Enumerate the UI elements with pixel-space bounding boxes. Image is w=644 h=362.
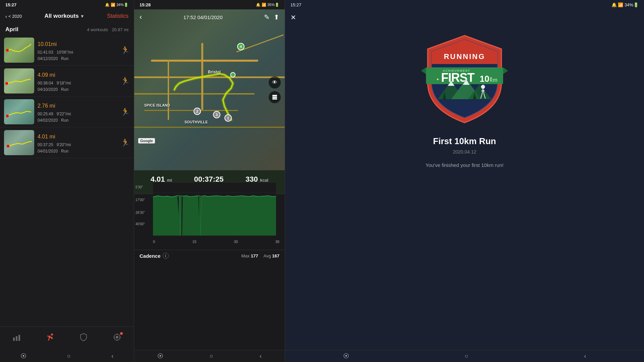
svg-rect-17 [272,98,277,100]
status-icons-2: 🔔 📶 35%🔋 [256,3,279,7]
nav-dot [120,332,123,335]
p2-back-button[interactable]: ‹ [140,13,142,21]
status-bar-2: 15:28 🔔 📶 35%🔋 [134,0,285,9]
run-icon-2: 🏃 [121,77,130,85]
run-icon-3: 🏃 [121,108,130,116]
run-icon-4: 🏃 [121,138,130,147]
dropdown-arrow: ▼ [80,14,85,19]
badge-svg: RUNNING ACHIEVEMENT FIRST 10 km [418,32,512,126]
workout-item[interactable]: 2.76 mi 00:25:49 9'22"/mi 04/02/2020 Run… [0,97,134,127]
svg-text:FIRST: FIRST [441,71,475,84]
pace-chart: 5'30" 17'00" 28'30" 40'00" [134,183,285,250]
y-label-2: 17'00" [136,198,145,202]
route-svg [134,9,285,170]
back-btn-3[interactable]: ‹ [584,353,586,360]
home-btn[interactable]: ○ [67,353,71,360]
nav-run[interactable] [46,333,55,342]
cadence-values: Max 177 Avg 167 [241,253,279,258]
cadence-section: Cadence i Max 177 Avg 167 [134,250,285,261]
waypoint-1: 1 [224,114,232,122]
edit-icon[interactable]: ✎ [264,13,270,21]
workout-distance-2: 4.09 mi [38,69,117,79]
svg-point-37 [481,85,485,89]
workout-map-3 [4,99,34,124]
pace-chart-svg [153,183,276,240]
status-icons-1: 🔔 📶 34%🔋 [105,3,128,7]
back-btn[interactable]: ‹ [111,353,113,360]
google-logo: Google [138,138,155,143]
svg-text:RUNNING: RUNNING [444,52,485,61]
cadence-avg: Avg 167 [264,253,280,258]
month-label: April [5,26,18,33]
home-btn-3[interactable]: ○ [465,353,469,360]
workout-info-2: 4.09 mi 00:38:04 9'18"/mi 04/10/2020 Run [38,69,117,93]
all-workouts-title: All workouts ▼ [45,13,85,19]
back-btn-2[interactable]: ‹ [260,353,262,360]
svg-rect-15 [272,95,277,96]
svg-point-9 [116,336,118,338]
y-label-4: 40'00" [136,222,145,226]
layers-button[interactable] [269,91,281,103]
workout-distance-1: 10.01mi [38,38,117,48]
multitask-btn-3[interactable]: ⦿ [343,353,349,360]
achievement-date: 2020.04.12 [453,149,476,155]
nav-shield[interactable] [79,333,88,342]
multitask-btn[interactable]: ⦿ [20,353,26,360]
status-icons-3: 🔔 📶 34%🔋 [611,2,639,7]
visibility-toggle[interactable]: 👁 [269,76,281,88]
svg-rect-6 [18,335,20,341]
workout-details-3: 00:25:49 9'22"/mi 04/02/2020 Run [38,111,117,124]
close-button[interactable]: ✕ [290,13,296,21]
workout-info-1: 10.01mi 01:41:03 10'06"/mi 04/12/2020 Ru… [38,38,117,62]
status-bar-3: 15:27 🔔 📶 34%🔋 [285,0,644,9]
achievement-desc: You've finished your first 10km run! [412,161,517,169]
map-view[interactable]: Bristol SPICE ISLAND SOUTHVILLE 1 2 3 [134,9,285,170]
workout-item[interactable]: 4.09 mi 00:38:04 9'18"/mi 04/10/2020 Run… [0,66,134,97]
home-indicator-1: ⦿ ○ ‹ [0,350,134,362]
svg-point-14 [230,72,235,77]
home-indicator-3: ⦿ ○ ‹ [285,350,644,362]
svg-rect-5 [16,336,17,341]
nav-stats[interactable] [12,333,21,342]
bottom-nav [0,326,134,350]
status-bar-1: 15:27 🔔 📶 34%🔋 [0,0,134,9]
info-icon[interactable]: i [163,253,169,259]
panel-achievement: 15:27 🔔 📶 34%🔋 ✕ RUNNING ACHIEVEMENT [285,0,644,362]
svg-text:✦: ✦ [490,76,492,80]
x-labels: 0 15 30 38 [140,240,279,244]
workout-details-4: 00:37:25 9'20"/mi 04/01/2020 Run [38,142,117,155]
back-year-button[interactable]: ‹ < 2020 [5,13,22,19]
map-background: Bristol SPICE ISLAND SOUTHVILLE 1 2 3 [134,9,285,170]
svg-point-1 [5,82,8,85]
share-icon[interactable]: ⬆ [274,13,279,21]
achievement-title: First 10km Run [433,136,496,146]
y-label-1: 5'30" [136,185,143,189]
panel-workout-detail: 15:28 🔔 📶 35%🔋 ‹ 17:52 04/01/2020 ✎ ⬆ Br… [134,0,285,362]
cadence-max: Max 177 [241,253,258,258]
nav-gps[interactable] [113,333,121,342]
multitask-btn-2[interactable]: ⦿ [157,353,163,360]
cadence-label: Cadence i [140,253,169,259]
p2-workout-title: 17:52 04/01/2020 [183,14,223,20]
home-btn-2[interactable]: ○ [210,353,213,360]
workout-map-2 [4,68,34,94]
statistics-button[interactable]: Statistics [107,13,128,19]
waypoint-4: 4 [237,43,245,50]
workout-list: 10.01mi 01:41:03 10'06"/mi 04/12/2020 Ru… [0,35,134,326]
achievement-body: RUNNING ACHIEVEMENT FIRST 10 km [285,25,644,350]
badge-container: RUNNING ACHIEVEMENT FIRST 10 km [414,32,515,126]
svg-text:10: 10 [480,74,489,84]
workout-item[interactable]: 10.01mi 01:41:03 10'06"/mi 04/12/2020 Ru… [0,35,134,66]
workout-details-2: 00:38:04 9'18"/mi 04/10/2020 Run [38,80,117,93]
svg-rect-4 [13,338,15,341]
workout-count: 4 workouts 20.87 mi [87,27,128,32]
svg-text:✦: ✦ [436,77,439,82]
p3-header: ✕ [285,9,644,25]
svg-point-0 [6,49,9,52]
svg-point-3 [7,145,9,147]
svg-marker-43 [503,67,508,74]
p2-actions: ✎ ⬆ [264,13,279,21]
workout-info-3: 2.76 mi 00:25:49 9'22"/mi 04/02/2020 Run [38,100,117,124]
workout-item[interactable]: 4.01 mi 00:37:25 9'20"/mi 04/01/2020 Run… [0,127,134,158]
workout-details-1: 01:41:03 10'06"/mi 04/12/2020 Run [38,49,117,62]
